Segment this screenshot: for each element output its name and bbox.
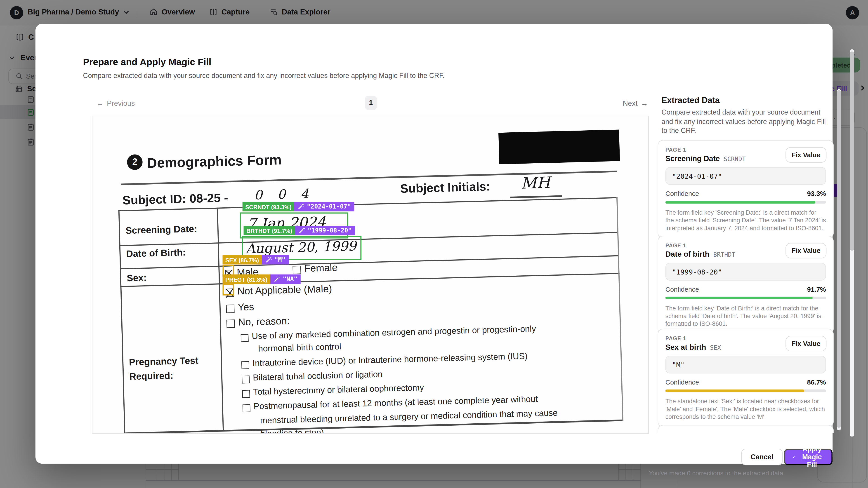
extracted-data-panel[interactable]: Extracted Data Compare extracted data wi…: [656, 93, 837, 433]
arrow-right-icon: →: [641, 99, 648, 107]
row-label-sex: Sex:: [127, 272, 147, 284]
previous-label: Previous: [107, 99, 135, 107]
previous-page-button[interactable]: ← Previous: [96, 99, 135, 107]
field-tag: BRTHDT (91.7%): [244, 226, 295, 235]
confidence-value: 86.7%: [807, 379, 826, 386]
extracted-field-card: PAGE 1 Date of birth BRTHDT Fix Value "1…: [657, 236, 834, 334]
value-tag: "1999-08-20": [295, 226, 355, 235]
row-label-screening: Screening Date:: [125, 224, 197, 236]
reason-line: hormonal birth control: [258, 341, 341, 354]
confidence-bar: [665, 201, 826, 203]
card-field-code: SEX: [710, 344, 721, 351]
next-label: Next: [623, 99, 638, 107]
extracted-field-card-partial: [657, 425, 834, 433]
modal-subtitle: Compare extracted data with your source …: [83, 72, 444, 79]
extracted-value[interactable]: "M": [665, 356, 826, 373]
subject-initials-label: Subject Initials:: [400, 180, 491, 196]
modal-scrollbar-thumb[interactable]: [850, 52, 854, 251]
card-field-name: Screening Date: [665, 154, 720, 163]
row-label-pregnancy-2: Required:: [129, 370, 174, 383]
scanned-form: 2 Demographics Form Subject ID: 08-25 - …: [92, 116, 649, 434]
reason-line: Use of any marketed combination estrogen…: [252, 324, 536, 341]
value-tag: "NA": [270, 274, 301, 284]
confidence-label: Confidence: [665, 286, 699, 293]
magic-wand-icon: [298, 203, 305, 210]
next-page-button[interactable]: Next →: [623, 99, 648, 107]
row-label-pregnancy-1: Pregnancy Test: [129, 355, 198, 368]
field-tag: SEX (86.7%): [222, 255, 261, 265]
reason-line: Intrauterine device (IUD) or Intrauterin…: [252, 351, 528, 368]
annotation-pregt[interactable]: PREGT (81.8%) "NA": [222, 274, 301, 284]
card-field-code: SCRNDT: [724, 156, 746, 163]
card-note: The form field key 'Date of Birth:' is a…: [665, 304, 826, 328]
magic-wand-icon: [273, 275, 281, 283]
card-note: The standalone text 'Sex:' is located ne…: [665, 397, 826, 420]
form-number-badge: 2: [127, 154, 143, 170]
confidence-label: Confidence: [665, 190, 699, 197]
redacted-box: [498, 129, 620, 164]
extracted-field-card: PAGE 1 Screening Date SCRNDT Fix Value "…: [657, 140, 834, 238]
field-tag: SCRNDT (93.3%): [243, 202, 294, 212]
document-preview[interactable]: 2 Demographics Form Subject ID: 08-25 - …: [92, 116, 649, 434]
extracted-value[interactable]: "2024-01-07": [665, 167, 826, 185]
subject-id-label: Subject ID: 08-25 -: [122, 191, 228, 208]
extracted-field-card: PAGE 1 Sex at birth SEX Fix Value "M" Co…: [657, 329, 834, 427]
fix-value-button[interactable]: Fix Value: [785, 147, 827, 163]
panel-scrollbar-track[interactable]: [837, 89, 841, 430]
detection-box-na-checkbox[interactable]: [222, 284, 234, 295]
panel-title: Extracted Data: [662, 95, 720, 105]
apply-label: Apply Magic Fill: [800, 445, 825, 468]
form-title: Demographics Form: [147, 152, 282, 171]
panel-description: Compare extracted data with your source …: [662, 108, 832, 135]
confidence-bar: [665, 297, 826, 299]
extracted-value[interactable]: "1999-08-20": [665, 263, 826, 281]
confidence-value: 91.7%: [807, 286, 826, 293]
annotation-sex[interactable]: SEX (86.7%) "M": [222, 255, 289, 265]
card-field-name: Date of birth: [665, 250, 710, 258]
magic-fill-modal: ✕ Prepare and Apply Magic Fill Compare e…: [35, 24, 833, 464]
arrow-left-icon: ←: [96, 99, 103, 107]
reason-line: Postmenopausal for at least 12 months (a…: [253, 394, 538, 412]
card-field-name: Sex at birth: [665, 343, 706, 351]
card-field-code: BRTHDT: [713, 251, 735, 258]
annotation-brthdt[interactable]: BRTHDT (91.7%) "1999-08-20": [244, 226, 355, 235]
option-yes: Yes: [238, 301, 254, 313]
confidence-bar: [665, 390, 826, 392]
reason-line: bleeding to stop): [260, 427, 324, 434]
value-tag: "M": [262, 255, 289, 265]
annotation-scrndt[interactable]: SCRNDT (93.3%) "2024-01-07": [243, 202, 354, 212]
field-tag: PREGT (81.8%): [222, 274, 270, 284]
corrections-note: You've made 0 corrections to the extract…: [649, 470, 785, 476]
reason-line: Bilateral tubal occlusion or ligation: [253, 369, 383, 383]
row-label-dob: Date of Birth:: [126, 247, 186, 260]
option-female: Female: [304, 262, 338, 274]
option-no-reason: No, reason:: [238, 315, 290, 328]
subject-initials-handwritten: MH: [521, 173, 550, 193]
card-note: The form field key 'Screening Date:' is …: [665, 208, 826, 232]
cancel-button[interactable]: Cancel: [741, 449, 783, 465]
magic-wand-icon: [265, 256, 272, 263]
option-not-applicable: Not Applicable (Male): [237, 283, 332, 297]
magic-wand-icon: [298, 227, 306, 234]
value-tag: "2024-01-07": [294, 202, 354, 212]
modal-title: Prepare and Apply Magic Fill: [83, 57, 211, 68]
confidence-label: Confidence: [665, 379, 699, 386]
magic-wand-icon: [792, 453, 796, 461]
modal-scrollbar-track[interactable]: [850, 49, 854, 436]
fix-value-button[interactable]: Fix Value: [785, 243, 827, 258]
subject-id-handwritten: 0 0 4: [254, 186, 314, 202]
fix-value-button[interactable]: Fix Value: [785, 336, 827, 352]
confidence-value: 93.3%: [807, 190, 826, 197]
page-number-pill[interactable]: 1: [365, 96, 377, 110]
panel-scrollbar-thumb[interactable]: [837, 90, 841, 428]
apply-magic-fill-button[interactable]: Apply Magic Fill: [784, 449, 833, 465]
reason-line: Total hysterectomy or bilateral oophorec…: [253, 383, 424, 397]
